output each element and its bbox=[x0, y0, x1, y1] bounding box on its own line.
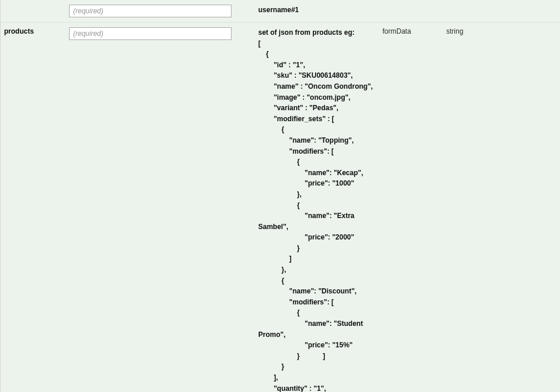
data-type: string bbox=[446, 27, 463, 35]
param-type-cell: formData bbox=[379, 23, 443, 393]
param-description: username#1 bbox=[258, 6, 299, 14]
param-name-cell: products bbox=[1, 23, 66, 393]
param-row: username#1 bbox=[1, 0, 560, 23]
param-description-json: [ { "id" : "1", "sku" : "SKU00614803", "… bbox=[258, 39, 373, 392]
data-type-cell bbox=[443, 0, 560, 23]
param-desc-cell: set of json from products eg: [ { "id" :… bbox=[255, 23, 379, 393]
data-type-cell: string bbox=[443, 23, 560, 393]
param-description-lead: set of json from products eg: bbox=[258, 28, 355, 37]
param-value-cell bbox=[66, 0, 255, 23]
param-type: formData bbox=[382, 27, 411, 35]
param-value-cell bbox=[66, 23, 255, 393]
param-name-cell bbox=[1, 0, 66, 23]
param-desc-cell: username#1 bbox=[255, 0, 379, 23]
param-type-cell bbox=[379, 0, 443, 23]
param-name: products bbox=[4, 27, 34, 35]
param-input[interactable] bbox=[69, 27, 232, 40]
param-row: products set of json from products eg: [… bbox=[1, 23, 560, 393]
parameter-table: username#1 products set of json from pro… bbox=[1, 0, 560, 392]
param-input[interactable] bbox=[69, 5, 232, 17]
